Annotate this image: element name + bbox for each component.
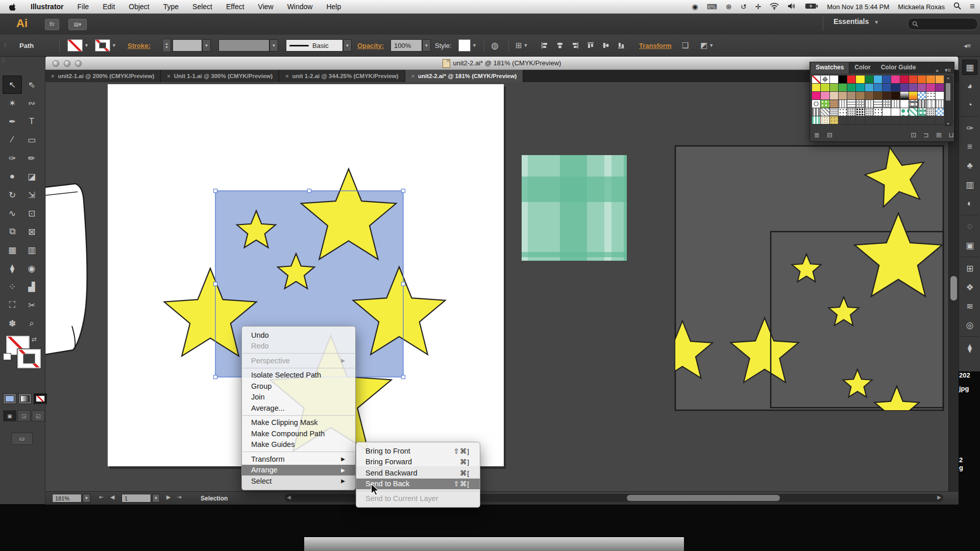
swatch-pattern[interactable] xyxy=(856,100,864,108)
paintbrush-tool[interactable]: ✑ xyxy=(3,149,22,167)
mesh-tool[interactable]: ▦ xyxy=(3,241,22,259)
menu-item-arrange[interactable]: Arrange▶ xyxy=(242,465,355,476)
swatch[interactable] xyxy=(856,92,864,99)
plaid-square[interactable] xyxy=(522,155,627,261)
swatch[interactable] xyxy=(883,108,891,116)
previous-artboard-button[interactable]: ◀ xyxy=(110,494,114,500)
time-machine-icon[interactable]: ↺ xyxy=(741,3,747,11)
swatches-tab-swatches[interactable]: Swatches xyxy=(810,62,849,73)
battery-icon[interactable] xyxy=(805,3,818,11)
network-globe-icon[interactable]: ⊛ xyxy=(726,3,732,11)
move-icon[interactable]: ✛ xyxy=(755,3,761,11)
volume-icon[interactable] xyxy=(788,3,796,11)
swatches-tab-color-guide[interactable]: Color Guide xyxy=(876,62,921,73)
menu-item-edit[interactable]: Edit xyxy=(103,3,115,11)
swatch-kinds-icon[interactable]: ⊟ xyxy=(827,131,832,139)
artboard-number-field[interactable]: 1 xyxy=(121,494,151,503)
desktop-file-label[interactable]: jpg xyxy=(959,385,969,392)
swatch-pattern[interactable] xyxy=(821,100,829,108)
keyboard-input-icon[interactable]: ⌨ xyxy=(707,3,717,11)
menu-item-make-clipping-mask[interactable]: Make Clipping Mask xyxy=(242,417,355,429)
selection-handle[interactable] xyxy=(402,189,405,193)
swatch[interactable] xyxy=(874,92,882,99)
notification-center-icon[interactable]: ≡ xyxy=(970,2,975,12)
swatch[interactable] xyxy=(883,92,891,99)
shape-builder-tool[interactable]: ⧉ xyxy=(3,222,22,241)
menu-item-view[interactable]: View xyxy=(258,3,274,11)
swatch[interactable] xyxy=(926,84,935,91)
menu-item-undo[interactable]: Undo xyxy=(242,330,355,341)
swatch[interactable] xyxy=(936,84,944,91)
color-mode-button[interactable] xyxy=(3,393,16,404)
screen-mode-button[interactable]: ▭ xyxy=(11,433,33,445)
swatch-pattern[interactable] xyxy=(918,92,926,99)
swatches-panel-icon[interactable]: ▦ xyxy=(962,60,977,75)
swatch-pattern[interactable] xyxy=(847,108,855,116)
eraser-tool[interactable]: ◪ xyxy=(22,167,41,186)
links-panel-icon[interactable]: ⧫ xyxy=(962,340,977,356)
vertical-scrollbar[interactable] xyxy=(948,82,959,491)
stroke-panel-link[interactable]: Stroke: xyxy=(128,35,151,56)
wifi-icon[interactable] xyxy=(770,3,779,11)
align-to-menu-button[interactable]: ⊞▼ xyxy=(516,35,528,56)
swatch[interactable] xyxy=(874,76,882,83)
perspective-grid-tool[interactable]: ⊠ xyxy=(22,222,41,241)
draw-inside-button[interactable]: ◱ xyxy=(32,410,45,421)
line-segment-tool[interactable]: ⁄ xyxy=(3,131,22,149)
column-graph-tool[interactable]: ▟ xyxy=(22,278,41,296)
bridge-button[interactable]: Br xyxy=(45,19,59,30)
menu-item-file[interactable]: File xyxy=(78,3,89,11)
align-h-center-button[interactable] xyxy=(554,40,566,51)
transparency-panel-icon[interactable]: ◐ xyxy=(962,196,977,211)
draw-normal-button[interactable]: ▣ xyxy=(3,410,16,421)
vertical-scrollbar-thumb[interactable] xyxy=(950,276,957,300)
stroke-weight-stepper[interactable]: ▲▼ xyxy=(162,35,171,56)
artboard-dropdown[interactable]: ▼ xyxy=(152,494,160,503)
horizontal-scrollbar-thumb[interactable] xyxy=(627,495,780,501)
menu-item-transform[interactable]: Transform▶ xyxy=(242,454,355,465)
transform-panel-link[interactable]: Transform xyxy=(639,35,672,56)
blend-tool[interactable]: ◉ xyxy=(22,259,41,278)
menu-item-help[interactable]: Help xyxy=(326,3,341,11)
expand-panel-icon[interactable]: » xyxy=(933,67,942,73)
menu-item-isolate-selected-path[interactable]: Isolate Selected Path xyxy=(242,370,355,381)
last-artboard-button[interactable]: ⇥ xyxy=(177,494,181,500)
scroll-right-arrow[interactable]: ▶ xyxy=(937,494,941,500)
swap-fill-stroke-icon[interactable]: ⇄ xyxy=(32,336,37,343)
swatch[interactable] xyxy=(918,84,926,91)
swatch[interactable] xyxy=(830,92,838,99)
menu-clock[interactable]: Mon Nov 18 5:44 PM xyxy=(827,3,889,11)
brushes-panel-icon[interactable]: ✑ xyxy=(962,120,977,136)
swatches-scrollbar[interactable]: ▲ ▼ xyxy=(945,76,952,126)
canvas-area[interactable] xyxy=(45,82,948,491)
selection-handle[interactable] xyxy=(214,375,217,379)
menu-item-bring-forward[interactable]: Bring Forward⌘] xyxy=(356,457,480,468)
selection-handle[interactable] xyxy=(214,189,217,193)
swatch-pattern[interactable] xyxy=(926,100,935,108)
align-h-right-button[interactable] xyxy=(570,40,581,51)
align-h-left-button[interactable] xyxy=(539,40,550,51)
fill-color-chip[interactable]: ▼ xyxy=(67,35,89,56)
document-tab[interactable]: ×unit2-1.ai @ 200% (CMYK/Preview) xyxy=(45,70,161,82)
swatch[interactable] xyxy=(883,84,891,91)
swatch[interactable] xyxy=(874,84,882,91)
collapse-control-bar-button[interactable]: ◂≡ xyxy=(964,35,971,56)
eyedropper-tool[interactable]: ⧫ xyxy=(3,259,22,278)
swatch-pattern[interactable] xyxy=(909,108,917,116)
hand-tool[interactable]: ✽ xyxy=(3,314,22,333)
panel-grip[interactable]: ⁞⁞ xyxy=(4,35,7,56)
document-tab[interactable]: ×Unit 1-1.ai @ 300% (CMYK/Preview) xyxy=(161,70,279,82)
swatch[interactable] xyxy=(891,92,899,99)
swatch[interactable] xyxy=(865,84,873,91)
align-v-top-button[interactable] xyxy=(585,40,596,51)
isolate-selected-object-button[interactable]: ❑ xyxy=(682,35,689,56)
artboard-tool[interactable]: ⛶ xyxy=(3,296,22,314)
apple-menu-icon[interactable] xyxy=(9,3,17,11)
swatch-pattern[interactable] xyxy=(812,108,820,116)
swatch-pattern[interactable] xyxy=(821,116,829,124)
swatches-tab-color[interactable]: Color xyxy=(849,62,875,73)
swatch[interactable] xyxy=(812,92,820,99)
desktop-file-label[interactable]: 202 xyxy=(959,371,970,379)
swatch[interactable] xyxy=(856,84,864,91)
close-tab-icon[interactable]: × xyxy=(51,73,54,79)
